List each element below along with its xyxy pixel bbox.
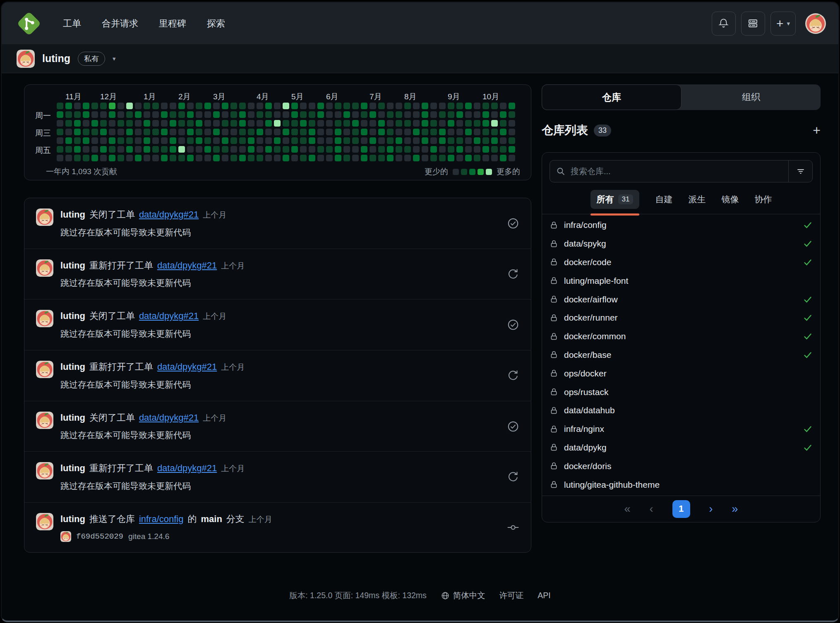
nav-item[interactable]: 探索 <box>207 17 225 30</box>
profile-avatar[interactable] <box>17 50 35 68</box>
repo-row[interactable]: luting/gitea-github-theme <box>550 475 813 494</box>
feed-link[interactable]: data/dpykg#21 <box>139 311 199 321</box>
heatmap-cell <box>448 120 454 127</box>
heatmap-cell <box>109 137 115 144</box>
heatmap-cell <box>509 111 515 118</box>
heatmap-cell <box>439 111 446 118</box>
repo-row[interactable]: luting/maple-font <box>550 271 813 290</box>
repo-row[interactable]: data/spykg <box>550 235 813 253</box>
license-link[interactable]: 许可证 <box>499 590 524 601</box>
filter-tab-all[interactable]: 所有 31 <box>590 190 640 209</box>
feed-avatar[interactable] <box>36 259 53 277</box>
pagination-last[interactable]: » <box>732 503 738 515</box>
heatmap-cell <box>74 155 81 161</box>
feed-actor[interactable]: luting <box>60 260 85 271</box>
repo-name[interactable]: ops/rustack <box>564 387 608 397</box>
feed-link[interactable]: data/dpykg#21 <box>157 260 217 271</box>
feed-actor[interactable]: luting <box>60 412 85 423</box>
heatmap-cell <box>109 129 115 135</box>
admin-panel-button[interactable] <box>741 12 765 36</box>
repo-row[interactable]: docker/airflow <box>550 290 813 309</box>
filter-tab[interactable]: 自建 <box>655 190 672 209</box>
filter-tab[interactable]: 镜像 <box>721 190 739 209</box>
repo-list-card: 所有 31 自建派生镜像协作 infra/config data/spykg d… <box>542 152 821 522</box>
feed-link[interactable]: infra/config <box>139 514 184 524</box>
repo-row[interactable]: ops/docker <box>550 364 813 383</box>
repo-search-input[interactable] <box>571 167 782 176</box>
profile-username[interactable]: luting <box>42 53 70 65</box>
filter-tab[interactable]: 派生 <box>688 190 706 209</box>
repo-name[interactable]: docker/base <box>564 350 611 360</box>
repo-name[interactable]: docker/code <box>564 257 611 267</box>
repo-row[interactable]: docker/doris <box>550 457 813 475</box>
feed-avatar[interactable] <box>36 513 53 530</box>
repo-row[interactable]: docker/runner <box>550 309 813 327</box>
repo-name[interactable]: data/dpykg <box>564 443 607 453</box>
pagination-page-1[interactable]: 1 <box>672 500 690 518</box>
repo-row[interactable]: docker/base <box>550 346 813 364</box>
feed-avatar[interactable] <box>36 310 53 327</box>
feed-title: luting关闭了工单data/dpykg#21上个月 <box>60 208 500 221</box>
feed-avatar[interactable] <box>36 208 53 226</box>
repo-name[interactable]: luting/gitea-github-theme <box>564 480 660 490</box>
repo-name[interactable]: docker/common <box>564 331 626 341</box>
feed-avatar[interactable] <box>36 462 53 479</box>
heatmap-cell <box>213 120 220 127</box>
feed-link[interactable]: data/dpykg#21 <box>139 209 199 220</box>
pagination-prev[interactable]: ‹ <box>650 503 653 515</box>
feed-actor[interactable]: luting <box>60 362 85 372</box>
feed-link[interactable]: data/dpykg#21 <box>157 362 217 372</box>
commit-hash[interactable]: f69d552029 <box>76 532 123 541</box>
tab-organizations[interactable]: 组织 <box>682 84 821 110</box>
repo-row[interactable]: ops/rustack <box>550 383 813 401</box>
heatmap-cell <box>291 129 298 135</box>
nav-item[interactable]: 里程碑 <box>159 17 186 30</box>
tab-repositories[interactable]: 仓库 <box>542 84 682 110</box>
user-avatar[interactable] <box>805 13 826 34</box>
pagination-first[interactable]: « <box>624 503 630 515</box>
repo-name[interactable]: docker/airflow <box>564 295 618 304</box>
add-repo-button[interactable]: + <box>813 124 821 137</box>
repo-name[interactable]: data/spykg <box>564 239 606 249</box>
heatmap-cell <box>396 155 402 161</box>
profile-caret-down-icon[interactable]: ▾ <box>113 55 116 62</box>
feed-actor[interactable]: luting <box>60 209 85 220</box>
heatmap-cell <box>413 137 420 144</box>
gitea-logo-icon[interactable] <box>18 13 40 34</box>
notifications-button[interactable] <box>712 12 736 36</box>
repo-name[interactable]: docker/doris <box>564 461 611 471</box>
repo-row[interactable]: docker/code <box>550 253 813 272</box>
feed-link[interactable]: data/dpykg#21 <box>157 463 217 473</box>
filter-tab[interactable]: 协作 <box>754 190 772 209</box>
api-link[interactable]: API <box>538 591 550 600</box>
repo-row[interactable]: infra/config <box>550 216 813 235</box>
nav-item[interactable]: 合并请求 <box>102 17 138 30</box>
feed-avatar[interactable] <box>36 412 53 429</box>
repo-row[interactable]: data/datahub <box>550 401 813 420</box>
repo-name[interactable]: infra/nginx <box>564 424 604 434</box>
repo-name[interactable]: data/datahub <box>564 405 615 415</box>
heatmap-cell <box>91 120 98 127</box>
lock-icon <box>550 350 558 359</box>
heatmap-cell <box>291 120 298 127</box>
repo-row[interactable]: docker/common <box>550 327 813 346</box>
feed-actor[interactable]: luting <box>60 311 85 321</box>
repo-name[interactable]: luting/maple-font <box>564 276 628 286</box>
feed-action-text: 关闭了工单 <box>89 412 135 423</box>
repo-row[interactable]: data/dpykg <box>550 438 813 457</box>
feed-avatar[interactable] <box>36 361 53 378</box>
feed-link[interactable]: data/dpykg#21 <box>139 412 199 423</box>
feed-actor[interactable]: luting <box>60 514 85 524</box>
language-selector[interactable]: 简体中文 <box>441 590 485 601</box>
repo-filter-button[interactable] <box>788 161 812 182</box>
repo-name[interactable]: ops/docker <box>564 369 607 379</box>
repo-name[interactable]: infra/config <box>564 220 607 230</box>
sync-check-icon <box>803 350 813 360</box>
nav-item[interactable]: 工单 <box>63 17 81 30</box>
feed-actor[interactable]: luting <box>60 463 85 473</box>
create-new-button[interactable]: + ▾ <box>770 12 796 36</box>
pagination-next[interactable]: › <box>709 503 713 515</box>
heatmap-cell <box>109 103 115 109</box>
repo-row[interactable]: infra/nginx <box>550 420 813 438</box>
repo-name[interactable]: docker/runner <box>564 313 618 323</box>
